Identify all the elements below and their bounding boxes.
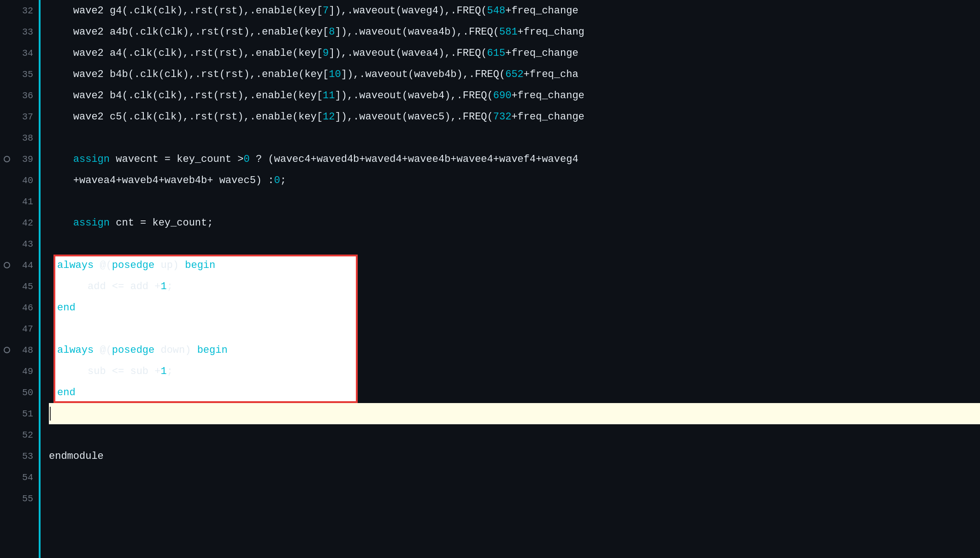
code-line-37: wave2 c5(.clk(clk),.rst(rst),.enable(key…	[49, 106, 980, 127]
code-line-48: always @(posedge down) begin	[49, 339, 980, 361]
line-52: 52	[0, 424, 39, 445]
code-line-42: assign cnt = key_count;	[49, 212, 980, 233]
line-gutter: 32 33 34 35 36 37 38 39 40 41 42 43 44 4…	[0, 0, 41, 558]
line-32: 32	[0, 0, 39, 21]
code-line-34: wave2 a4(.clk(clk),.rst(rst),.enable(key…	[49, 42, 980, 64]
line-44: 44	[0, 255, 39, 276]
breakpoint-marker-44[interactable]	[4, 262, 10, 268]
line-51: 51	[0, 403, 39, 424]
code-line-55	[49, 488, 980, 509]
line-42: 42	[0, 212, 39, 233]
line-36: 36	[0, 85, 39, 106]
line-55: 55	[0, 488, 39, 509]
line-53: 53	[0, 445, 39, 467]
code-content[interactable]: wave2 g4(.clk(clk),.rst(rst),.enable(key…	[41, 0, 980, 558]
line-50: 50	[0, 382, 39, 403]
line-33: 33	[0, 21, 39, 42]
code-line-51[interactable]	[49, 403, 980, 424]
line-45: 45	[0, 276, 39, 297]
code-line-44: always @(posedge up) begin	[49, 255, 980, 276]
code-line-46: end	[49, 297, 980, 318]
code-line-32: wave2 g4(.clk(clk),.rst(rst),.enable(key…	[49, 0, 980, 21]
breakpoint-marker-39[interactable]	[4, 156, 10, 162]
code-line-35: wave2 b4b(.clk(clk),.rst(rst),.enable(ke…	[49, 64, 980, 85]
code-line-45: add <= add + 1;	[49, 276, 980, 297]
line-40: 40	[0, 170, 39, 191]
code-line-47	[49, 318, 980, 339]
code-line-49: sub <= sub + 1;	[49, 361, 980, 382]
code-editor: 32 33 34 35 36 37 38 39 40 41 42 43 44 4…	[0, 0, 980, 558]
line-35: 35	[0, 64, 39, 85]
line-39: 39	[0, 148, 39, 170]
line-43: 43	[0, 233, 39, 255]
code-line-39: assign wavecnt = key_count > 0 ? (wavec4…	[49, 148, 980, 170]
line-49: 49	[0, 361, 39, 382]
code-line-52	[49, 424, 980, 445]
line-38: 38	[0, 127, 39, 148]
line-41: 41	[0, 191, 39, 212]
code-line-53: endmodule	[49, 445, 980, 467]
line-34: 34	[0, 42, 39, 64]
code-line-41	[49, 191, 980, 212]
code-line-54	[49, 467, 980, 488]
red-box-region: always @(posedge up) begin add <= add + …	[49, 255, 980, 403]
code-line-40: +wavea4+waveb4+waveb4b+ wavec5) : 0;	[49, 170, 980, 191]
code-line-43	[49, 233, 980, 255]
line-54: 54	[0, 467, 39, 488]
line-47: 47	[0, 318, 39, 339]
code-line-33: wave2 a4b(.clk(clk),.rst(rst),.enable(ke…	[49, 21, 980, 42]
code-line-38	[49, 127, 980, 148]
code-line-36: wave2 b4(.clk(clk),.rst(rst),.enable(key…	[49, 85, 980, 106]
breakpoint-marker-48[interactable]	[4, 347, 10, 353]
code-line-50: end	[49, 382, 980, 403]
line-37: 37	[0, 106, 39, 127]
line-48: 48	[0, 339, 39, 361]
line-46: 46	[0, 297, 39, 318]
